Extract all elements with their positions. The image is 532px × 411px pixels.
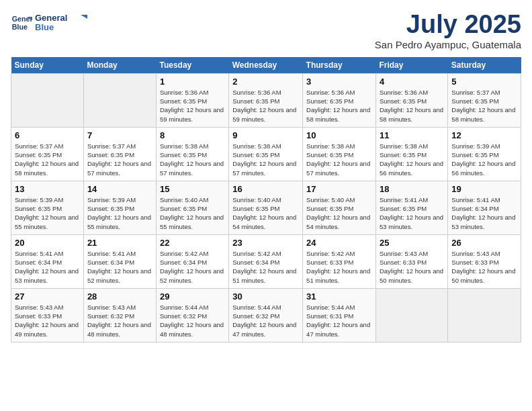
day-info: Sunrise: 5:36 AMSunset: 6:35 PMDaylight:… xyxy=(160,88,225,124)
day-number: 5 xyxy=(451,77,517,87)
svg-text:Blue: Blue xyxy=(12,23,28,31)
weekday-header-saturday: Saturday xyxy=(448,57,521,74)
day-info: Sunrise: 5:37 AMSunset: 6:35 PMDaylight:… xyxy=(451,88,517,124)
week-row-4: 20Sunrise: 5:41 AMSunset: 6:34 PMDayligh… xyxy=(11,234,521,288)
location-title: San Pedro Ayampuc, Guatemala xyxy=(375,39,521,50)
day-info: Sunrise: 5:42 AMSunset: 6:34 PMDaylight:… xyxy=(232,249,299,285)
day-number: 4 xyxy=(380,77,444,87)
day-info: Sunrise: 5:40 AMSunset: 6:35 PMDaylight:… xyxy=(306,195,372,231)
svg-marker-6 xyxy=(81,15,87,19)
calendar-cell: 24Sunrise: 5:42 AMSunset: 6:33 PMDayligh… xyxy=(303,234,376,288)
calendar-cell: 12Sunrise: 5:39 AMSunset: 6:35 PMDayligh… xyxy=(448,127,521,181)
day-number: 19 xyxy=(451,184,517,194)
day-number: 24 xyxy=(306,238,372,248)
svg-text:General: General xyxy=(12,15,32,23)
svg-text:General: General xyxy=(35,13,67,23)
day-number: 22 xyxy=(160,238,225,248)
calendar-cell: 17Sunrise: 5:40 AMSunset: 6:35 PMDayligh… xyxy=(303,181,376,234)
month-title: July 2025 xyxy=(375,11,521,39)
day-info: Sunrise: 5:43 AMSunset: 6:32 PMDaylight:… xyxy=(87,303,152,338)
day-number: 1 xyxy=(160,77,225,87)
calendar-cell: 4Sunrise: 5:36 AMSunset: 6:35 PMDaylight… xyxy=(375,73,447,127)
calendar-cell: 23Sunrise: 5:42 AMSunset: 6:34 PMDayligh… xyxy=(229,234,303,288)
calendar-cell xyxy=(448,288,521,342)
calendar-cell: 22Sunrise: 5:42 AMSunset: 6:34 PMDayligh… xyxy=(156,234,228,288)
calendar-cell xyxy=(83,73,156,127)
calendar-cell: 29Sunrise: 5:44 AMSunset: 6:32 PMDayligh… xyxy=(156,288,228,342)
svg-text:Blue: Blue xyxy=(35,22,54,32)
day-number: 11 xyxy=(380,130,444,140)
day-number: 23 xyxy=(232,238,299,248)
week-row-5: 27Sunrise: 5:43 AMSunset: 6:33 PMDayligh… xyxy=(11,288,521,342)
week-row-3: 13Sunrise: 5:39 AMSunset: 6:35 PMDayligh… xyxy=(11,181,521,234)
day-info: Sunrise: 5:36 AMSunset: 6:35 PMDaylight:… xyxy=(380,88,444,124)
week-row-1: 1Sunrise: 5:36 AMSunset: 6:35 PMDaylight… xyxy=(11,73,521,127)
calendar-cell: 3Sunrise: 5:36 AMSunset: 6:35 PMDaylight… xyxy=(303,73,376,127)
title-block: July 2025 San Pedro Ayampuc, Guatemala xyxy=(375,11,521,50)
day-number: 20 xyxy=(15,238,80,248)
day-number: 14 xyxy=(87,184,152,194)
day-info: Sunrise: 5:38 AMSunset: 6:35 PMDaylight:… xyxy=(160,142,225,177)
day-info: Sunrise: 5:41 AMSunset: 6:35 PMDaylight:… xyxy=(380,195,444,231)
day-info: Sunrise: 5:39 AMSunset: 6:35 PMDaylight:… xyxy=(451,142,517,177)
calendar-cell: 7Sunrise: 5:37 AMSunset: 6:35 PMDaylight… xyxy=(83,127,156,181)
day-info: Sunrise: 5:42 AMSunset: 6:33 PMDaylight:… xyxy=(306,249,372,285)
calendar-cell: 15Sunrise: 5:40 AMSunset: 6:35 PMDayligh… xyxy=(156,181,228,234)
day-number: 7 xyxy=(87,130,152,140)
day-number: 31 xyxy=(306,291,372,302)
day-number: 30 xyxy=(232,291,299,302)
day-number: 9 xyxy=(232,130,299,140)
day-info: Sunrise: 5:36 AMSunset: 6:35 PMDaylight:… xyxy=(232,88,299,124)
calendar-cell: 6Sunrise: 5:37 AMSunset: 6:35 PMDaylight… xyxy=(11,127,84,181)
calendar-cell: 27Sunrise: 5:43 AMSunset: 6:33 PMDayligh… xyxy=(11,288,84,342)
day-info: Sunrise: 5:41 AMSunset: 6:34 PMDaylight:… xyxy=(451,195,517,231)
day-number: 8 xyxy=(160,130,225,140)
page-header: General Blue General Blue July 2025 San … xyxy=(11,11,521,50)
day-number: 25 xyxy=(380,238,444,248)
calendar-cell: 30Sunrise: 5:44 AMSunset: 6:32 PMDayligh… xyxy=(229,288,303,342)
day-info: Sunrise: 5:41 AMSunset: 6:34 PMDaylight:… xyxy=(15,249,80,285)
day-info: Sunrise: 5:43 AMSunset: 6:33 PMDaylight:… xyxy=(15,303,80,338)
calendar-cell: 16Sunrise: 5:40 AMSunset: 6:35 PMDayligh… xyxy=(229,181,303,234)
day-number: 27 xyxy=(15,291,80,302)
day-number: 6 xyxy=(15,130,80,140)
day-info: Sunrise: 5:39 AMSunset: 6:35 PMDaylight:… xyxy=(15,195,80,231)
day-number: 21 xyxy=(87,238,152,248)
weekday-header-monday: Monday xyxy=(83,57,156,74)
weekday-header-row: SundayMondayTuesdayWednesdayThursdayFrid… xyxy=(11,57,521,74)
day-info: Sunrise: 5:43 AMSunset: 6:33 PMDaylight:… xyxy=(451,249,517,285)
day-number: 29 xyxy=(160,291,225,302)
day-info: Sunrise: 5:39 AMSunset: 6:35 PMDaylight:… xyxy=(87,195,152,231)
calendar-cell: 5Sunrise: 5:37 AMSunset: 6:35 PMDaylight… xyxy=(448,73,521,127)
day-info: Sunrise: 5:37 AMSunset: 6:35 PMDaylight:… xyxy=(15,142,80,177)
weekday-header-wednesday: Wednesday xyxy=(229,57,303,74)
calendar-cell: 1Sunrise: 5:36 AMSunset: 6:35 PMDaylight… xyxy=(156,73,228,127)
calendar-table: SundayMondayTuesdayWednesdayThursdayFrid… xyxy=(11,57,521,342)
day-number: 13 xyxy=(15,184,80,194)
logo-icon: General Blue xyxy=(11,12,32,34)
day-number: 26 xyxy=(451,238,517,248)
day-info: Sunrise: 5:38 AMSunset: 6:35 PMDaylight:… xyxy=(380,142,444,177)
calendar-cell: 19Sunrise: 5:41 AMSunset: 6:34 PMDayligh… xyxy=(448,181,521,234)
week-row-2: 6Sunrise: 5:37 AMSunset: 6:35 PMDaylight… xyxy=(11,127,521,181)
day-number: 2 xyxy=(232,77,299,87)
calendar-cell: 31Sunrise: 5:44 AMSunset: 6:31 PMDayligh… xyxy=(303,288,376,342)
weekday-header-sunday: Sunday xyxy=(11,57,84,74)
calendar-cell: 20Sunrise: 5:41 AMSunset: 6:34 PMDayligh… xyxy=(11,234,84,288)
day-info: Sunrise: 5:43 AMSunset: 6:33 PMDaylight:… xyxy=(380,249,444,285)
weekday-header-friday: Friday xyxy=(375,57,447,74)
calendar-cell: 26Sunrise: 5:43 AMSunset: 6:33 PMDayligh… xyxy=(448,234,521,288)
calendar-cell xyxy=(11,73,84,127)
day-info: Sunrise: 5:37 AMSunset: 6:35 PMDaylight:… xyxy=(87,142,152,177)
calendar-cell xyxy=(375,288,447,342)
day-info: Sunrise: 5:42 AMSunset: 6:34 PMDaylight:… xyxy=(160,249,225,285)
calendar-cell: 28Sunrise: 5:43 AMSunset: 6:32 PMDayligh… xyxy=(83,288,156,342)
day-number: 12 xyxy=(451,130,517,140)
day-info: Sunrise: 5:38 AMSunset: 6:35 PMDaylight:… xyxy=(232,142,299,177)
day-number: 15 xyxy=(160,184,225,194)
day-info: Sunrise: 5:38 AMSunset: 6:35 PMDaylight:… xyxy=(306,142,372,177)
calendar-cell: 21Sunrise: 5:41 AMSunset: 6:34 PMDayligh… xyxy=(83,234,156,288)
calendar-cell: 11Sunrise: 5:38 AMSunset: 6:35 PMDayligh… xyxy=(375,127,447,181)
day-info: Sunrise: 5:36 AMSunset: 6:35 PMDaylight:… xyxy=(306,88,372,124)
weekday-header-thursday: Thursday xyxy=(303,57,376,74)
